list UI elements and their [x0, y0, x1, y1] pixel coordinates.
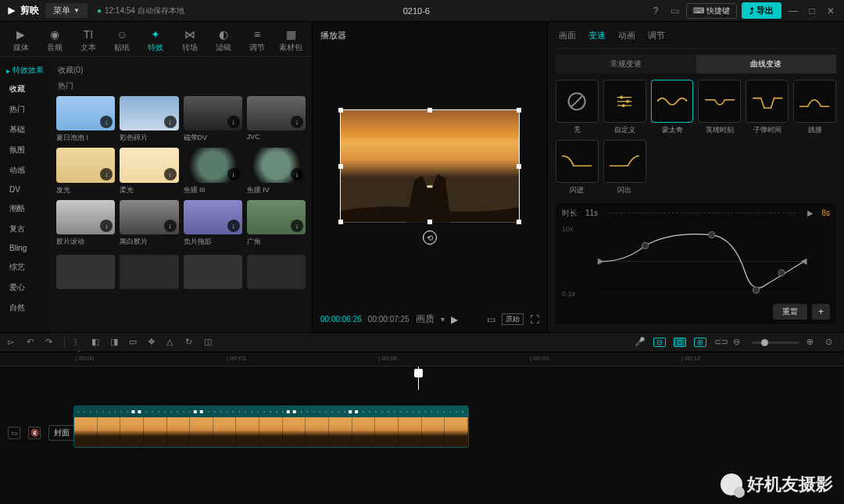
- effect-card[interactable]: ↓JVC: [247, 96, 306, 143]
- rotate-handle[interactable]: ⟲: [423, 231, 437, 245]
- effect-card[interactable]: ↓广角: [247, 200, 306, 247]
- cat-bling[interactable]: Bling: [0, 239, 50, 257]
- effect-card[interactable]: ↓夏日泡泡 I: [56, 96, 115, 143]
- download-icon[interactable]: ↓: [227, 220, 240, 232]
- rtab-picture[interactable]: 画面: [559, 28, 576, 43]
- download-icon[interactable]: ↓: [100, 168, 113, 181]
- preset-custom[interactable]: 自定义: [603, 80, 646, 135]
- download-icon[interactable]: ↓: [227, 168, 240, 181]
- select-tool[interactable]: ▻: [8, 337, 19, 348]
- cat-heart[interactable]: 爱心: [0, 277, 50, 298]
- delete-icon[interactable]: ▭: [129, 337, 140, 348]
- preset-hero[interactable]: 英雄时刻: [698, 80, 741, 135]
- snap-mode-1[interactable]: ⊟: [653, 338, 666, 347]
- tab-audio[interactable]: ◉音频: [38, 25, 70, 56]
- download-icon[interactable]: ↓: [227, 116, 240, 128]
- play-button[interactable]: ▶: [451, 314, 458, 325]
- rtab-adjust[interactable]: 调节: [648, 28, 665, 43]
- snap-mode-2[interactable]: ⊡: [674, 338, 686, 347]
- rotate-icon[interactable]: ↻: [185, 337, 196, 348]
- magnet-icon[interactable]: ⊂⊃: [714, 337, 725, 348]
- preset-jump[interactable]: 跳接: [793, 80, 836, 135]
- track-lock-icon[interactable]: ▭: [8, 427, 20, 439]
- delete-right-icon[interactable]: ◨: [110, 337, 121, 348]
- zoom-slider[interactable]: [752, 341, 799, 344]
- preset-flash-in[interactable]: 闪进: [556, 140, 599, 195]
- cat-hot[interactable]: 热门: [0, 99, 50, 120]
- download-icon[interactable]: ↓: [291, 220, 303, 232]
- cat-ambience[interactable]: 氛围: [0, 140, 50, 160]
- cat-trendy[interactable]: 潮酷: [0, 198, 50, 219]
- effect-card[interactable]: ↓鱼眼 III: [184, 148, 242, 195]
- download-icon[interactable]: ↓: [100, 116, 113, 128]
- mic-icon[interactable]: 🎤: [635, 337, 646, 348]
- tab-materials[interactable]: ▦素材包: [275, 25, 307, 56]
- effect-card[interactable]: [184, 255, 242, 289]
- effect-card[interactable]: ↓柔光: [120, 148, 178, 195]
- cat-favorites[interactable]: 收藏: [0, 79, 50, 99]
- tab-media[interactable]: ▶媒体: [5, 25, 37, 56]
- tab-transition[interactable]: ⋈转场: [173, 25, 206, 56]
- cat-dv[interactable]: DV: [0, 181, 50, 198]
- preset-montage[interactable]: 蒙太奇: [651, 80, 694, 135]
- layout-icon[interactable]: ▭: [667, 5, 681, 16]
- preset-bullet[interactable]: 子弹时间: [746, 80, 789, 135]
- video-clip[interactable]: [73, 406, 469, 448]
- download-icon[interactable]: ↓: [100, 220, 113, 232]
- zoom-in-icon[interactable]: ⊕: [806, 337, 817, 348]
- cat-dynamic[interactable]: 动感: [0, 160, 50, 181]
- speed-curve-editor[interactable]: 10x 0.1x: [562, 223, 830, 299]
- tab-effects[interactable]: ✦特效: [140, 25, 172, 56]
- undo-icon[interactable]: ↶: [27, 337, 38, 348]
- player-canvas[interactable]: ⟲: [320, 46, 539, 308]
- effect-card[interactable]: ↓黑白胶片: [120, 200, 178, 247]
- tab-text[interactable]: TI文本: [72, 25, 104, 56]
- help-icon[interactable]: ?: [649, 5, 663, 16]
- add-point-button[interactable]: +: [812, 304, 830, 320]
- tab-filter[interactable]: ◐滤镜: [207, 25, 239, 56]
- effect-card[interactable]: ↓胶片滚动: [56, 200, 115, 247]
- menu-button[interactable]: 菜单▼: [45, 3, 88, 18]
- preset-none[interactable]: 无: [556, 80, 599, 135]
- compare-icon[interactable]: ▭: [487, 314, 495, 325]
- download-icon[interactable]: ↓: [164, 168, 177, 181]
- download-icon[interactable]: ↓: [164, 220, 177, 232]
- snap-mode-3[interactable]: ⊞: [694, 338, 706, 347]
- effect-card[interactable]: ↓发光: [56, 148, 115, 195]
- download-icon[interactable]: ↓: [291, 168, 303, 181]
- reset-button[interactable]: 重置: [773, 304, 807, 320]
- effect-card[interactable]: ↓鱼眼 IV: [247, 148, 306, 195]
- download-icon[interactable]: ↓: [291, 116, 303, 128]
- quality-button[interactable]: 画质: [416, 313, 435, 326]
- subtab-normal-speed[interactable]: 常规变速: [556, 55, 696, 73]
- cat-retro[interactable]: 复古: [0, 219, 50, 239]
- zoom-fit-icon[interactable]: ⊙: [825, 337, 836, 348]
- ratio-button[interactable]: 原始: [502, 313, 524, 325]
- cover-button[interactable]: 封面: [48, 425, 75, 441]
- crop-icon[interactable]: ◫: [204, 337, 215, 348]
- mirror-icon[interactable]: △: [166, 337, 177, 348]
- tab-sticker[interactable]: ☺贴纸: [106, 25, 138, 56]
- split-icon[interactable]: 〕〔: [73, 337, 84, 348]
- minimize-button[interactable]: —: [786, 5, 800, 16]
- zoom-out-icon[interactable]: ⊖: [733, 337, 744, 348]
- cat-basic[interactable]: 基础: [0, 120, 50, 140]
- tab-adjust[interactable]: ≡调节: [241, 25, 274, 56]
- track-mute-icon[interactable]: 🔇: [28, 427, 41, 439]
- freeze-icon[interactable]: ❖: [148, 337, 159, 348]
- preset-flash-out[interactable]: 闪出: [603, 140, 646, 195]
- export-button[interactable]: ⤴ 导出: [742, 2, 781, 19]
- effect-card[interactable]: ↓磁带DV: [184, 96, 242, 143]
- download-icon[interactable]: ↓: [164, 116, 177, 128]
- effect-card[interactable]: [247, 255, 306, 289]
- fullscreen-icon[interactable]: ⛶: [530, 314, 539, 325]
- redo-icon[interactable]: ↷: [45, 337, 56, 348]
- maximize-button[interactable]: □: [805, 5, 819, 16]
- effect-card[interactable]: [120, 255, 178, 289]
- effect-card[interactable]: ↓彩色碎片: [120, 96, 178, 143]
- effect-card[interactable]: ↓负片拖影: [184, 200, 242, 247]
- rtab-speed[interactable]: 变速: [588, 28, 606, 43]
- timeline-ruler[interactable]: | 00:00 | 00:03 | 00:06 | 00:09 | 00:12: [0, 352, 844, 366]
- subtab-curve-speed[interactable]: 曲线变速: [696, 55, 837, 73]
- effect-card[interactable]: [56, 255, 115, 289]
